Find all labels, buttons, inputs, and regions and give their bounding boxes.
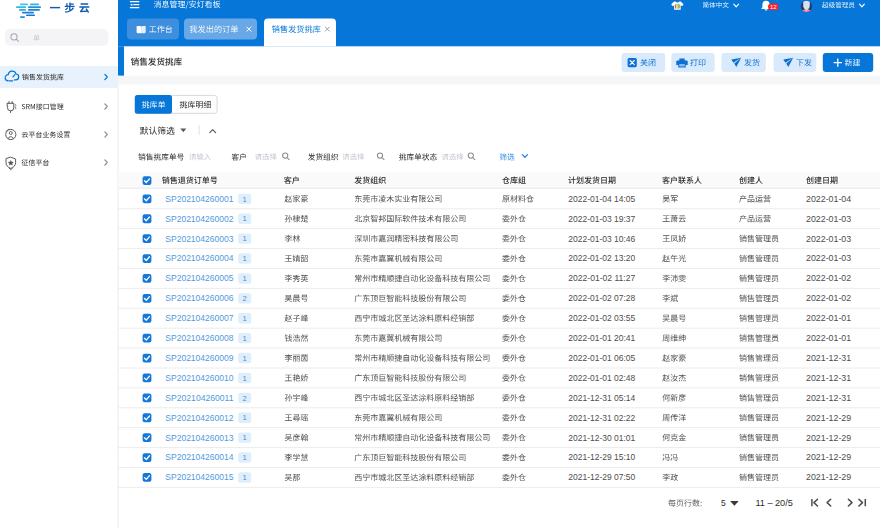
- svg-text:1: 1: [243, 433, 247, 442]
- svg-text:2022-01-02: 2022-01-02: [806, 273, 851, 283]
- svg-text:SP202104260010: SP202104260010: [165, 373, 233, 383]
- svg-text:SP202104260008: SP202104260008: [165, 333, 233, 343]
- svg-text:2021-12-31: 2021-12-31: [806, 353, 851, 363]
- svg-text:SP202104260002: SP202104260002: [165, 214, 233, 224]
- svg-text:2021-12-31: 2021-12-31: [806, 373, 851, 383]
- svg-text:2021-12-29: 2021-12-29: [806, 452, 851, 462]
- svg-text:2021-12-31 05:14: 2021-12-31 05:14: [568, 393, 635, 403]
- svg-text:2021-12-29: 2021-12-29: [806, 472, 851, 482]
- svg-text:1: 1: [243, 334, 247, 343]
- svg-text:2022-01-01 02:48: 2022-01-01 02:48: [568, 373, 635, 383]
- svg-text:2021-12-29 07:50: 2021-12-29 07:50: [568, 472, 635, 482]
- svg-text:2022-01-02 11:27: 2022-01-02 11:27: [568, 273, 635, 283]
- svg-text:2021-12-29 15:10: 2021-12-29 15:10: [568, 452, 635, 462]
- svg-text:2022-01-02 07:28: 2022-01-02 07:28: [568, 293, 635, 303]
- svg-text:SP202104260012: SP202104260012: [165, 413, 233, 423]
- svg-text:2022-01-01: 2022-01-01: [806, 333, 851, 343]
- svg-text:2: 2: [243, 294, 247, 303]
- svg-text:2022-01-01: 2022-01-01: [806, 313, 851, 323]
- svg-text:2021-12-29: 2021-12-29: [806, 433, 851, 443]
- svg-text:SP202104260015: SP202104260015: [165, 472, 233, 482]
- svg-text:2022-01-03 10:46: 2022-01-03 10:46: [568, 234, 635, 244]
- svg-text:SP202104260006: SP202104260006: [165, 293, 233, 303]
- svg-text:2022-01-03: 2022-01-03: [806, 214, 851, 224]
- svg-text:SP202104260007: SP202104260007: [165, 313, 233, 323]
- svg-text:1: 1: [243, 473, 247, 482]
- svg-text:1: 1: [243, 453, 247, 462]
- svg-text:1: 1: [243, 254, 247, 263]
- svg-text:1: 1: [243, 195, 247, 204]
- svg-text:2021-12-31: 2021-12-31: [806, 393, 851, 403]
- svg-text:1: 1: [243, 274, 247, 283]
- svg-text:2021-12-31 02:22: 2021-12-31 02:22: [568, 413, 635, 423]
- svg-text:5: 5: [721, 498, 726, 508]
- svg-text:1: 1: [243, 374, 247, 383]
- svg-text:2022-01-03 19:37: 2022-01-03 19:37: [568, 214, 635, 224]
- svg-text:11 – 20/5: 11 – 20/5: [755, 498, 793, 508]
- svg-text:SP202104260001: SP202104260001: [165, 194, 233, 204]
- svg-text:2022-01-02 03:55: 2022-01-02 03:55: [568, 313, 635, 323]
- svg-text:2021-12-30 01:01: 2021-12-30 01:01: [568, 433, 635, 443]
- svg-text:1: 1: [243, 234, 247, 243]
- svg-text:2022-01-03: 2022-01-03: [806, 234, 851, 244]
- svg-text:SP202104260014: SP202104260014: [165, 452, 233, 462]
- svg-text:SP202104260005: SP202104260005: [165, 273, 233, 283]
- svg-text:2022-01-02: 2022-01-02: [806, 293, 851, 303]
- svg-text:SP202104260011: SP202104260011: [165, 393, 233, 403]
- svg-text:1: 1: [243, 413, 247, 422]
- svg-text:SP202104260004: SP202104260004: [165, 253, 233, 263]
- svg-text:1: 1: [243, 354, 247, 363]
- svg-text:2: 2: [243, 394, 247, 403]
- svg-text:2022-01-02 13:20: 2022-01-02 13:20: [568, 253, 635, 263]
- svg-text:2022-01-04 14:05: 2022-01-04 14:05: [568, 194, 635, 204]
- svg-text:2022-01-03: 2022-01-03: [806, 253, 851, 263]
- svg-text:SP202104260003: SP202104260003: [165, 234, 233, 244]
- svg-text:12: 12: [770, 4, 777, 10]
- svg-text:2022-01-01 20:41: 2022-01-01 20:41: [568, 333, 635, 343]
- svg-text:1: 1: [243, 214, 247, 223]
- svg-text:2021-12-29: 2021-12-29: [806, 413, 851, 423]
- svg-text:SP202104260009: SP202104260009: [165, 353, 233, 363]
- svg-text:1: 1: [243, 314, 247, 323]
- svg-text:SP202104260013: SP202104260013: [165, 433, 233, 443]
- svg-text:2022-01-04: 2022-01-04: [806, 194, 851, 204]
- svg-text:2022-01-01 06:05: 2022-01-01 06:05: [568, 353, 635, 363]
